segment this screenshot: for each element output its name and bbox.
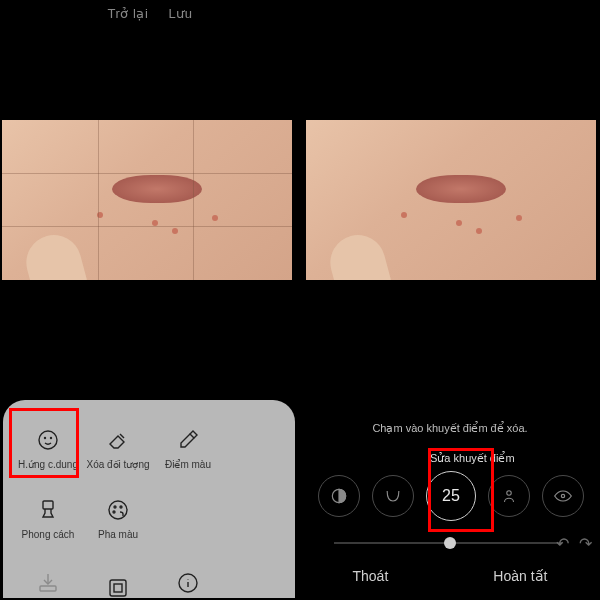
tool-label: H.ứng c.dung xyxy=(18,459,78,471)
svg-point-7 xyxy=(113,511,115,513)
option-contrast[interactable] xyxy=(318,475,360,517)
svg-point-14 xyxy=(561,494,564,497)
preview-image-right[interactable] xyxy=(306,120,596,280)
option-eye[interactable] xyxy=(542,475,584,517)
preview-image-left[interactable] xyxy=(2,120,292,280)
info-icon xyxy=(175,570,201,596)
redo-button[interactable]: ↷ xyxy=(579,534,592,553)
undo-button[interactable]: ↶ xyxy=(556,534,569,553)
palette-icon xyxy=(105,497,131,523)
svg-point-0 xyxy=(39,431,57,449)
svg-rect-3 xyxy=(43,501,53,509)
eraser-icon xyxy=(105,427,131,453)
tool-about[interactable]: Thông tin Trình sửa ảnh xyxy=(153,562,223,600)
exit-button[interactable]: Thoát xyxy=(339,562,403,590)
tool-label: Điểm màu xyxy=(165,459,211,471)
tool-style[interactable]: Phong cách xyxy=(13,484,83,554)
feature-title: Sửa khuyết điểm xyxy=(430,452,515,465)
tool-save-copy[interactable]: Lưu thành bản sao xyxy=(13,562,83,600)
tool-label: Pha màu xyxy=(98,529,138,541)
svg-point-6 xyxy=(120,506,122,508)
svg-rect-8 xyxy=(40,586,56,591)
tool-resize[interactable]: Đổi cỡ xyxy=(83,562,153,600)
top-bar: Trở lại Lưu xyxy=(0,6,300,21)
size-slider-knob[interactable] xyxy=(444,537,456,549)
svg-point-13 xyxy=(507,491,512,496)
face-icon xyxy=(35,427,61,453)
save-button[interactable]: Lưu xyxy=(168,6,192,21)
hint-text: Chạm vào khuyết điểm để xóa. xyxy=(372,422,527,435)
done-button[interactable]: Hoàn tất xyxy=(479,562,561,590)
back-button[interactable]: Trở lại xyxy=(108,6,149,21)
tool-color-mix[interactable]: Pha màu xyxy=(83,484,153,554)
brush-size-indicator[interactable]: 25 xyxy=(426,471,476,521)
svg-rect-10 xyxy=(114,584,122,592)
tool-label: Xóa đối tượng xyxy=(86,459,149,471)
option-jaw[interactable] xyxy=(372,475,414,517)
tool-portrait-effect[interactable]: H.ứng c.dung xyxy=(13,414,83,484)
tool-object-eraser[interactable]: Xóa đối tượng xyxy=(83,414,153,484)
svg-point-1 xyxy=(45,438,46,439)
tool-spot-color[interactable]: Điểm màu xyxy=(153,414,223,484)
svg-point-4 xyxy=(109,501,127,519)
svg-point-2 xyxy=(51,438,52,439)
dropper-icon xyxy=(175,427,201,453)
effect-options-row: 25 xyxy=(296,468,600,524)
option-person[interactable] xyxy=(488,475,530,517)
save-icon xyxy=(35,570,61,596)
tool-label: Phong cách xyxy=(22,529,75,541)
svg-rect-9 xyxy=(110,580,126,596)
blemish-panel: Chạm vào khuyết điểm để xóa. Sửa khuyết … xyxy=(300,400,600,600)
brush-size-value: 25 xyxy=(442,487,460,505)
brush-icon xyxy=(35,497,61,523)
tools-panel: H.ứng c.dung Xóa đối tượng Điểm màu Phon… xyxy=(3,400,295,598)
svg-point-5 xyxy=(114,506,116,508)
resize-icon xyxy=(105,575,131,600)
